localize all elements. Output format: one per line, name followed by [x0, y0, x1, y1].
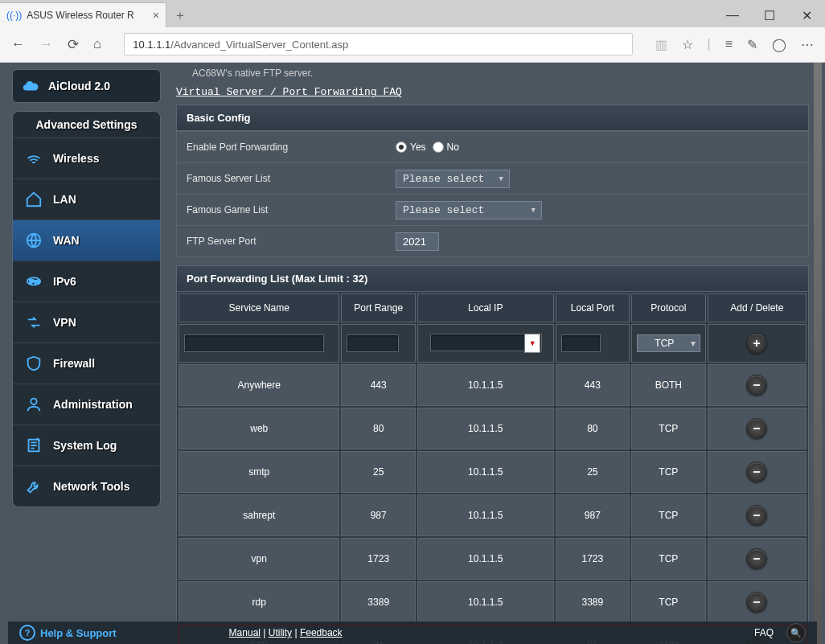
delete-button[interactable] — [746, 461, 767, 482]
sidebar-item-label: Administration — [53, 398, 133, 411]
sidebar-item-lan[interactable]: LAN — [13, 178, 160, 219]
browser-tab[interactable]: ((·)) ASUS Wireless Router R × — [0, 2, 166, 27]
col-local-ip: Local IP — [417, 293, 554, 322]
delete-button[interactable] — [746, 592, 767, 613]
sidebar-item-administration[interactable]: Administration — [13, 384, 160, 425]
sidebar-item-label: IPv6 — [53, 275, 76, 288]
sidebar-item-wireless[interactable]: Wireless — [13, 137, 160, 178]
advanced-settings-section: Advanced Settings Wireless LAN WAN — [12, 111, 161, 507]
cell-protocol: TCP — [631, 581, 706, 623]
hub-icon[interactable]: ≡ — [725, 37, 733, 51]
port-forwarding-table: Service Name Port Range Local IP Local P… — [177, 292, 808, 644]
table-row: web8010.1.1.580TCP — [179, 408, 807, 449]
cell-protocol: BOTH — [631, 364, 706, 406]
sidebar-item-networktools[interactable]: Network Tools — [13, 466, 160, 507]
cell-port_range: 1723 — [341, 538, 416, 580]
sidebar-item-label: Firewall — [53, 357, 95, 370]
enable-yes-radio[interactable]: Yes — [396, 142, 426, 153]
refresh-button[interactable]: ⟳ — [68, 36, 79, 53]
ftp-port-input[interactable]: 2021 — [396, 232, 439, 251]
sidebar-item-vpn[interactable]: VPN — [13, 301, 160, 343]
sidebar-item-label: LAN — [53, 193, 76, 206]
cell-action — [708, 538, 807, 580]
panel-header: Basic Config — [177, 105, 808, 131]
sidebar: AiCloud 2.0 Advanced Settings Wireless L… — [8, 63, 165, 644]
cell-protocol: TCP — [631, 538, 706, 580]
home-button[interactable]: ⌂ — [93, 36, 101, 52]
cell-local_ip: 10.1.1.5 — [417, 408, 554, 449]
cell-port_range: 987 — [341, 494, 416, 536]
minimize-button[interactable]: — — [714, 3, 751, 27]
cell-local_port: 3389 — [556, 581, 630, 623]
maximize-button[interactable]: ☐ — [751, 3, 788, 27]
sidebar-item-wan[interactable]: WAN — [13, 219, 160, 260]
help-support: ? Help & Support — [19, 625, 117, 641]
col-port-range: Port Range — [341, 293, 416, 322]
favorite-icon[interactable]: ☆ — [682, 37, 693, 52]
wifi-icon — [24, 149, 43, 168]
utility-link[interactable]: Utility — [269, 627, 292, 638]
delete-button[interactable] — [746, 548, 767, 569]
cell-action — [708, 408, 807, 449]
admin-icon — [24, 395, 43, 414]
cell-local_port: 25 — [556, 451, 630, 493]
enable-pf-field: Yes No — [396, 142, 808, 153]
address-bar[interactable]: 10.1.1.1/Advanced_VirtualServer_Content.… — [124, 33, 632, 55]
protocol-select[interactable]: TCP — [637, 334, 700, 352]
share-icon[interactable]: ◯ — [772, 37, 786, 52]
manual-link[interactable]: Manual — [229, 627, 261, 638]
port-range-input[interactable] — [347, 334, 399, 352]
vpn-icon — [24, 313, 43, 332]
cell-service: rdp — [179, 581, 339, 623]
cell-protocol: TCP — [631, 408, 706, 449]
local-port-input[interactable] — [561, 334, 601, 352]
forward-button[interactable]: → — [39, 36, 53, 52]
router-page: AiCloud 2.0 Advanced Settings Wireless L… — [0, 63, 825, 644]
cell-local_ip: 10.1.1.5 — [417, 494, 554, 536]
col-service: Service Name — [179, 293, 339, 322]
cell-port_range: 443 — [341, 364, 416, 406]
more-icon[interactable]: ⋯ — [801, 37, 814, 52]
delete-button[interactable] — [746, 375, 767, 396]
cell-local_ip: 10.1.1.5 — [417, 581, 554, 623]
sidebar-item-label: System Log — [53, 439, 117, 452]
feedback-link[interactable]: Feedback — [300, 627, 343, 638]
faq-link[interactable]: Virtual Server / Port Forwarding FAQ — [176, 86, 402, 98]
close-window-button[interactable]: ✕ — [788, 3, 825, 27]
sidebar-item-ipv6[interactable]: IPv6 IPv6 — [13, 260, 160, 301]
notes-icon[interactable]: ✎ — [747, 37, 757, 52]
tab-title: ASUS Wireless Router R — [27, 10, 133, 21]
sidebar-item-firewall[interactable]: Firewall — [13, 343, 160, 384]
search-button[interactable]: 🔍 — [786, 623, 806, 642]
back-button[interactable]: ← — [11, 36, 25, 52]
add-button[interactable] — [746, 333, 767, 354]
table-row: smtp2510.1.1.525TCP — [179, 451, 807, 493]
shield-icon — [24, 354, 43, 373]
cell-local_port: 1723 — [556, 538, 630, 580]
col-local-port: Local Port — [556, 293, 630, 322]
new-tab-button[interactable]: ＋ — [166, 3, 194, 27]
sidebar-item-systemlog[interactable]: System Log — [13, 425, 160, 466]
service-name-input[interactable] — [184, 334, 324, 352]
enable-no-radio[interactable]: No — [433, 142, 459, 153]
tab-close-icon[interactable]: × — [153, 9, 159, 22]
chevron-down-icon[interactable] — [524, 334, 540, 353]
scrollbar[interactable] — [814, 63, 822, 644]
delete-button[interactable] — [746, 505, 767, 526]
famous-server-select[interactable]: Please select — [396, 170, 510, 188]
reading-icon[interactable]: ▥ — [655, 37, 667, 52]
local-ip-input[interactable] — [430, 334, 540, 351]
cell-local_port: 80 — [556, 408, 630, 449]
table-row: vpn172310.1.1.51723TCP — [179, 538, 807, 580]
delete-button[interactable] — [746, 418, 767, 439]
col-action: Add / Delete — [708, 293, 807, 322]
famous-game-select[interactable]: Please select — [396, 201, 542, 219]
footer-links: Manual | Utility | Feedback — [229, 627, 343, 638]
sidebar-item-aicloud[interactable]: AiCloud 2.0 — [12, 69, 161, 103]
cell-port_range: 3389 — [341, 581, 416, 623]
tools-icon — [24, 477, 43, 496]
globe-icon — [24, 231, 43, 250]
url-host: 10.1.1.1 — [133, 39, 170, 51]
svg-point-3 — [31, 399, 36, 404]
log-icon — [24, 436, 43, 455]
